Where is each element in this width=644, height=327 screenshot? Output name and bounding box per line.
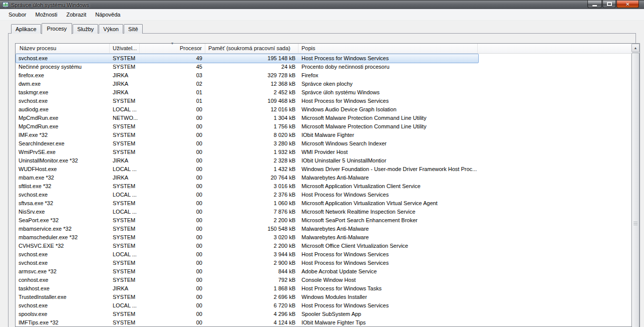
process-description: Host Process for Windows Services: [298, 251, 478, 257]
process-row[interactable]: MpCmdRun.exe SYSTEM 00 1 756 kB Microsof…: [16, 122, 631, 130]
menu-moznosti[interactable]: Možnosti: [31, 10, 62, 20]
process-table-header: Název procesu Uživatel... ▾ Procesor Pam…: [16, 44, 631, 54]
process-user: SYSTEM: [110, 260, 140, 266]
process-row[interactable]: WmiPrvSE.exe SYSTEM 00 1 932 kB WMI Prov…: [16, 147, 631, 156]
process-row[interactable]: dwm.exe JIRKA 02 12 368 kB Správce oken …: [16, 79, 631, 88]
process-memory: 12 016 kB: [205, 106, 298, 112]
process-row[interactable]: sftvsa.exe *32 SYSTEM 00 1 060 kB Micros…: [16, 199, 631, 207]
process-listview: Název procesu Uživatel... ▾ Procesor Pam…: [15, 43, 640, 327]
process-cpu: 00: [140, 243, 205, 249]
tab-site[interactable]: Sítě: [124, 24, 143, 34]
process-user: LOCAL ...: [110, 251, 140, 257]
process-description: IObit Malware Fighter Tips: [298, 319, 478, 325]
process-row[interactable]: sftlist.exe *32 SYSTEM 00 3 016 kB Micro…: [16, 182, 631, 190]
process-memory: 3 020 kB: [205, 234, 298, 240]
process-row[interactable]: svchost.exe LOCAL ... 00 6 720 kB Host P…: [16, 301, 631, 309]
process-name: svchost.exe: [16, 260, 110, 266]
process-cpu: 00: [140, 234, 205, 240]
process-row[interactable]: IMFTips.exe *32 SYSTEM 00 4 124 kB IObit…: [16, 318, 631, 326]
process-row[interactable]: svchost.exe SYSTEM 01 109 468 kB Host Pr…: [16, 96, 631, 105]
process-row[interactable]: NisSrv.exe LOCAL ... 00 7 876 kB Microso…: [16, 207, 631, 216]
process-row[interactable]: SeaPort.exe *32 SYSTEM 00 2 200 kB Micro…: [16, 216, 631, 224]
process-memory: 4 124 kB: [205, 319, 298, 325]
tab-aplikace[interactable]: Aplikace: [11, 24, 41, 34]
process-row[interactable]: mbamservice.exe *32 SYSTEM 00 150 548 kB…: [16, 224, 631, 233]
process-memory: 1 756 kB: [205, 123, 298, 129]
process-cpu: 00: [140, 209, 205, 215]
process-row[interactable]: svchost.exe SYSTEM 49 195 148 kB Host Pr…: [16, 54, 631, 62]
process-name: Nečinné procesy systému: [16, 64, 110, 70]
close-button[interactable]: ✕: [616, 1, 639, 8]
process-cpu: 00: [140, 285, 205, 291]
process-cpu: 00: [140, 140, 205, 146]
process-description: Správce úloh systému Windows: [298, 89, 478, 95]
process-cpu: 00: [140, 175, 205, 181]
process-name: audiodg.exe: [16, 106, 110, 112]
process-user: SYSTEM: [110, 200, 140, 206]
process-row[interactable]: taskmgr.exe JIRKA 01 2 452 kB Správce úl…: [16, 88, 631, 96]
scrollbar-thumb[interactable]: [631, 53, 639, 327]
column-header-pamet[interactable]: Paměť (soukromá pracovní sada): [205, 44, 298, 53]
process-user: SYSTEM: [110, 55, 140, 61]
column-header-nazev-procesu[interactable]: Název procesu: [16, 44, 110, 53]
process-memory: 195 148 kB: [205, 55, 298, 61]
process-row[interactable]: mbamscheduler.exe *32 SYSTEM 00 3 020 kB…: [16, 233, 631, 241]
process-row[interactable]: CVHSVC.EXE *32 SYSTEM 00 2 200 kB Micros…: [16, 241, 631, 250]
tab-procesy[interactable]: Procesy: [42, 23, 73, 34]
process-cpu: 00: [140, 192, 205, 198]
process-description: Microsoft Network Realtime Inspection Se…: [298, 209, 478, 215]
tab-vykon[interactable]: Výkon: [99, 24, 123, 34]
window-title: Správce úloh systému Windows: [11, 2, 89, 8]
process-description: Microsoft Malware Protection Command Lin…: [298, 115, 478, 121]
process-row[interactable]: svchost.exe SYSTEM 00 2 900 kB Host Proc…: [16, 258, 631, 267]
process-row[interactable]: TrustedInstaller.exe SYSTEM 00 2 696 kB …: [16, 292, 631, 301]
process-description: Malwarebytes Anti-Malware: [298, 234, 478, 240]
process-row[interactable]: conhost.exe SYSTEM 00 792 kB Console Win…: [16, 275, 631, 284]
process-cpu: 02: [140, 81, 205, 87]
process-description: Spooler SubSystem App: [298, 311, 478, 317]
vertical-scrollbar[interactable]: ▲: [631, 44, 639, 326]
menu-zobrazit[interactable]: Zobrazit: [62, 10, 91, 20]
maximize-button[interactable]: [602, 1, 616, 8]
process-cpu: 49: [140, 55, 205, 61]
process-name: spoolsv.exe: [16, 311, 110, 317]
menu-napoveda[interactable]: Nápověda: [91, 10, 125, 20]
process-row[interactable]: firefox.exe JIRKA 03 329 728 kB Firefox: [16, 71, 631, 79]
process-memory: 2 452 kB: [205, 89, 298, 95]
process-row[interactable]: taskhost.exe JIRKA 00 1 868 kB Host Proc…: [16, 284, 631, 292]
process-cpu: 01: [140, 89, 205, 95]
process-cpu: 00: [140, 200, 205, 206]
scroll-up-button[interactable]: ▲: [631, 44, 639, 52]
process-row[interactable]: Nečinné procesy systému SYSTEM 45 24 kB …: [16, 62, 631, 71]
column-header-procesor[interactable]: ▾ Procesor: [140, 44, 205, 53]
process-user: SYSTEM: [110, 268, 140, 274]
process-cpu: 00: [140, 302, 205, 308]
process-row[interactable]: mbam.exe *32 JIRKA 00 20 764 kB Malwareb…: [16, 173, 631, 182]
process-cpu: 00: [140, 132, 205, 138]
process-row[interactable]: svchost.exe LOCAL ... 00 3 944 kB Host P…: [16, 250, 631, 258]
taskmgr-app-icon: [3, 2, 9, 8]
column-header-uzivatel[interactable]: Uživatel...: [110, 44, 140, 53]
process-row[interactable]: audiodg.exe LOCAL ... 00 12 016 kB Windo…: [16, 105, 631, 113]
process-row[interactable]: UninstallMonitor.exe *32 JIRKA 00 2 328 …: [16, 156, 631, 165]
titlebar[interactable]: Správce úloh systému Windows ✕: [0, 0, 644, 9]
process-row[interactable]: SearchIndexer.exe SYSTEM 00 3 280 kB Mic…: [16, 139, 631, 147]
process-cpu: 01: [140, 98, 205, 104]
process-user: NETWO...: [110, 115, 140, 121]
process-row[interactable]: IMF.exe *32 SYSTEM 00 8 020 kB IObit Mal…: [16, 130, 631, 139]
process-memory: 2 200 kB: [205, 243, 298, 249]
process-row[interactable]: WUDFHost.exe LOCAL ... 00 1 432 kB Windo…: [16, 165, 631, 173]
column-header-popis[interactable]: Popis: [298, 44, 478, 53]
process-memory: 1 304 kB: [205, 115, 298, 121]
process-description: Procento doby nečinnosti procesoru: [298, 64, 478, 70]
process-row[interactable]: spoolsv.exe SYSTEM 00 4 296 kB Spooler S…: [16, 309, 631, 318]
process-name: taskmgr.exe: [16, 89, 110, 95]
process-rows: svchost.exe SYSTEM 49 195 148 kB Host Pr…: [16, 54, 631, 326]
process-row[interactable]: MpCmdRun.exe NETWO... 00 1 304 kB Micros…: [16, 113, 631, 122]
maximize-icon: [607, 2, 612, 6]
minimize-button[interactable]: [587, 1, 602, 8]
menu-soubor[interactable]: Soubor: [4, 10, 31, 20]
process-row[interactable]: svchost.exe LOCAL ... 00 2 376 kB Host P…: [16, 190, 631, 199]
tab-sluzby[interactable]: Služby: [73, 24, 98, 34]
process-row[interactable]: armsvc.exe *32 SYSTEM 00 844 kB Adobe Ac…: [16, 267, 631, 275]
